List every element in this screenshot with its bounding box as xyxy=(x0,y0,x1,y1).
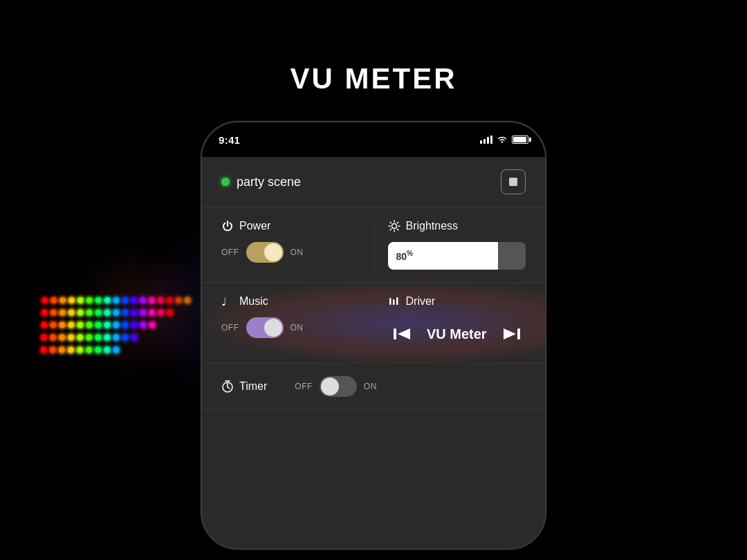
svg-line-7 xyxy=(397,222,398,223)
led-dot-3-10 xyxy=(131,335,137,340)
led-dot-0-15 xyxy=(176,297,181,303)
led-dot-0-9 xyxy=(122,297,128,303)
svg-rect-12 xyxy=(396,297,398,305)
driver-prev-button[interactable] xyxy=(388,320,416,348)
svg-rect-11 xyxy=(393,299,395,305)
led-dot-1-12 xyxy=(149,310,155,315)
led-dot-2-12 xyxy=(149,322,155,328)
timer-icon xyxy=(221,380,234,393)
led-dot-2-9 xyxy=(122,322,128,328)
led-dot-1-10 xyxy=(131,310,137,315)
page-title: VU METER xyxy=(0,62,747,95)
brightness-label: Brightness xyxy=(406,220,459,232)
led-dot-0-3 xyxy=(68,297,74,303)
music-label: Music xyxy=(239,295,268,308)
driver-next-button[interactable] xyxy=(498,320,526,348)
timer-off-label: OFF xyxy=(295,382,313,391)
brightness-slider[interactable]: 80% xyxy=(388,242,526,270)
led-dot-3-0 xyxy=(41,335,46,340)
brightness-label-row: Brightness xyxy=(388,220,526,232)
led-dot-3-1 xyxy=(50,335,56,340)
scene-name-label: party scene xyxy=(237,175,301,189)
led-strips-decoration xyxy=(41,297,192,353)
driver-controls: VU Meter xyxy=(388,317,526,351)
led-dot-2-10 xyxy=(131,322,137,328)
led-dot-2-4 xyxy=(77,322,83,328)
svg-point-0 xyxy=(391,224,396,229)
timer-label-row: Timer xyxy=(221,380,267,393)
led-dot-3-8 xyxy=(113,335,119,340)
notch-cutout xyxy=(329,122,418,143)
driver-label-row: Driver xyxy=(388,295,526,308)
led-strip-0 xyxy=(42,297,191,303)
led-strip-3 xyxy=(41,335,191,340)
led-dot-3-2 xyxy=(59,335,65,340)
music-toggle[interactable] xyxy=(246,317,284,338)
led-dot-2-11 xyxy=(140,322,146,328)
scene-stop-button[interactable] xyxy=(501,169,526,194)
led-dot-1-7 xyxy=(104,310,110,315)
music-toggle-row: OFF ON xyxy=(221,317,360,338)
power-icon xyxy=(221,220,234,232)
led-dot-1-13 xyxy=(158,310,164,315)
led-dot-0-6 xyxy=(95,297,101,303)
signal-bar-4 xyxy=(490,136,492,144)
led-dot-0-13 xyxy=(158,297,163,303)
led-dot-1-8 xyxy=(113,310,119,315)
led-dot-4-2 xyxy=(59,347,64,353)
section-divider-2 xyxy=(374,295,374,351)
led-dot-1-4 xyxy=(77,310,83,315)
timer-label: Timer xyxy=(239,380,267,393)
scene-header: party scene xyxy=(202,157,545,207)
led-dot-1-14 xyxy=(167,310,173,315)
driver-current-mode: VU Meter xyxy=(427,326,487,342)
led-dot-1-0 xyxy=(42,310,47,315)
power-on-label: ON xyxy=(290,248,304,257)
power-label-row: Power xyxy=(221,220,360,232)
svg-text:♩: ♩ xyxy=(221,296,227,308)
timer-toggle[interactable] xyxy=(320,376,357,397)
led-dot-2-0 xyxy=(42,322,47,328)
power-brightness-section: Power OFF ON xyxy=(202,207,545,283)
led-strip-4 xyxy=(41,347,192,353)
led-dot-1-1 xyxy=(50,310,56,315)
led-dot-1-3 xyxy=(68,310,74,315)
svg-marker-16 xyxy=(504,328,516,339)
wifi-icon xyxy=(497,136,508,144)
music-half: ♩ Music OFF ON xyxy=(221,295,360,338)
svg-line-6 xyxy=(397,229,398,230)
led-dot-2-8 xyxy=(113,322,119,328)
music-icon: ♩ xyxy=(221,295,234,308)
music-driver-section: ♩ Music OFF ON xyxy=(202,283,545,364)
battery-fill xyxy=(513,137,526,142)
driver-label: Driver xyxy=(406,295,436,308)
driver-icon xyxy=(388,295,400,308)
led-dot-3-6 xyxy=(95,335,101,340)
led-dot-3-7 xyxy=(104,335,110,340)
signal-bars-icon xyxy=(480,136,492,144)
svg-rect-13 xyxy=(394,328,396,339)
led-dot-4-5 xyxy=(86,347,92,353)
led-dot-4-3 xyxy=(68,347,73,353)
led-dot-0-16 xyxy=(185,297,190,303)
led-dot-2-2 xyxy=(59,322,65,328)
led-dot-2-3 xyxy=(68,322,74,328)
led-dot-2-1 xyxy=(50,322,56,328)
driver-half: Driver VU Meter xyxy=(388,295,526,351)
power-brightness-row: Power OFF ON xyxy=(221,220,526,270)
stop-square-icon xyxy=(509,178,517,186)
signal-bar-1 xyxy=(480,140,482,144)
music-label-row: ♩ Music xyxy=(221,295,360,308)
led-dot-0-10 xyxy=(131,297,137,303)
led-dot-4-4 xyxy=(77,347,83,353)
phone-screen: party scene Powe xyxy=(202,157,545,548)
music-driver-row: ♩ Music OFF ON xyxy=(221,295,526,351)
power-toggle[interactable] xyxy=(246,242,284,263)
led-dot-0-2 xyxy=(60,297,66,303)
led-strip-1 xyxy=(42,310,190,315)
led-dot-3-5 xyxy=(86,335,92,340)
music-off-label: OFF xyxy=(221,323,239,333)
power-label: Power xyxy=(239,220,270,232)
svg-line-8 xyxy=(390,229,391,230)
power-toggle-row: OFF ON xyxy=(221,242,360,263)
